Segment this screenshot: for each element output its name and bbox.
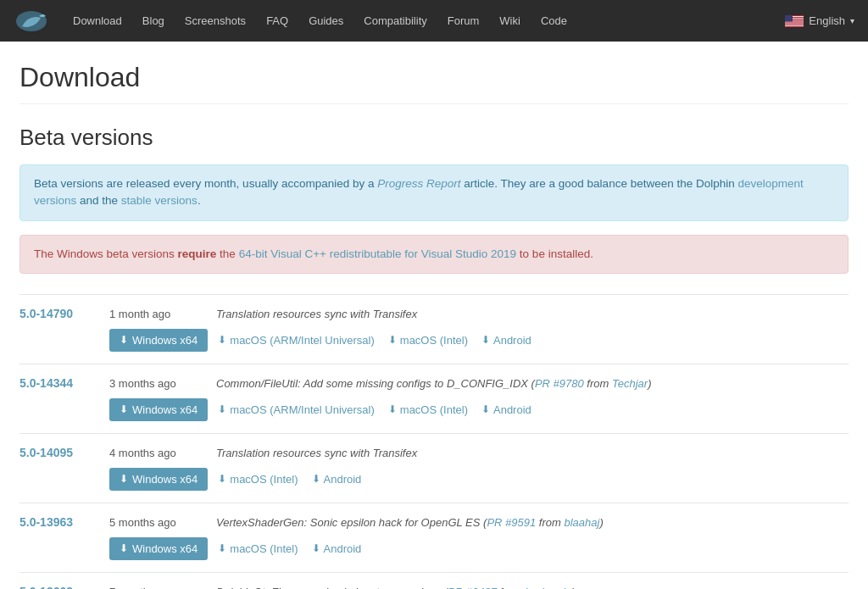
download-button-windows[interactable]: ⬇ Windows x64	[109, 537, 208, 560]
progress-report-link[interactable]: Progress Report	[377, 177, 460, 190]
nav-link-forum[interactable]: Forum	[437, 0, 490, 42]
download-icon: ⬇	[312, 542, 320, 554]
download-button-macos--arm-intel-universal-[interactable]: ⬇ macOS (ARM/Intel Universal)	[214, 329, 377, 352]
release-date: 3 months ago	[109, 377, 203, 390]
nav-link-guides[interactable]: Guides	[298, 0, 353, 42]
chevron-down-icon: ▾	[850, 16, 854, 25]
release-date: 5 months ago	[109, 516, 203, 529]
release-version[interactable]: 5.0-13603	[19, 585, 96, 589]
page-title: Download	[19, 62, 849, 104]
release-row: 5.0-147901 month agoTranslation resource…	[19, 294, 849, 364]
release-message: Translation resources sync with Transife…	[216, 308, 417, 320]
release-date: 1 month ago	[109, 308, 203, 320]
download-button-windows[interactable]: ⬇ Windows x64	[109, 468, 208, 491]
nav-link-faq[interactable]: FAQ	[256, 0, 298, 42]
progress-report-em: Progress Report	[377, 177, 460, 190]
download-button-android[interactable]: ⬇ Android	[478, 398, 535, 421]
info-text-3: and the	[76, 194, 121, 207]
release-message: VertexShaderGen: Sonic epsilon hack for …	[216, 516, 604, 529]
nav-link-screenshots[interactable]: Screenshots	[175, 0, 256, 42]
download-icon: ⬇	[481, 334, 490, 346]
info-box: Beta versions are released every month, …	[19, 164, 849, 221]
release-message: Common/FileUtil: Add some missing config…	[216, 377, 651, 390]
download-button-macos--intel-[interactable]: ⬇ macOS (Intel)	[385, 398, 471, 421]
release-date: 7 months ago	[109, 586, 203, 589]
download-button-android[interactable]: ⬇ Android	[478, 329, 535, 352]
download-buttons: ⬇ Windows x64⬇ macOS (Intel)⬇ Android	[109, 468, 849, 491]
download-button-windows[interactable]: ⬇ Windows x64	[109, 398, 208, 421]
vcredist-link[interactable]: 64-bit Visual C++ redistributable for Vi…	[239, 247, 516, 260]
download-button-windows[interactable]: ⬇ Windows x64	[109, 329, 208, 352]
main-content: Download Beta versions Beta versions are…	[6, 42, 862, 589]
release-header: 5.0-147901 month agoTranslation resource…	[19, 307, 849, 320]
release-message: Translation resources sync with Transife…	[216, 447, 417, 459]
warning-text-2: the	[216, 247, 238, 260]
info-text-4: .	[198, 194, 201, 207]
navigation: Download Blog Screenshots FAQ Guides Com…	[0, 0, 868, 42]
download-icon: ⬇	[120, 403, 128, 415]
release-date: 4 months ago	[109, 447, 203, 459]
download-icon: ⬇	[120, 542, 128, 554]
section-title: Beta versions	[19, 125, 849, 151]
download-icon: ⬇	[218, 473, 226, 485]
download-buttons: ⬇ Windows x64⬇ macOS (ARM/Intel Universa…	[109, 398, 849, 421]
release-row: 5.0-140954 months agoTranslation resourc…	[19, 433, 849, 503]
release-header: 5.0-143443 months agoCommon/FileUtil: Ad…	[19, 376, 849, 390]
release-version[interactable]: 5.0-13963	[19, 515, 96, 529]
release-version[interactable]: 5.0-14790	[19, 307, 96, 320]
download-icon: ⬇	[388, 403, 397, 415]
info-text-2: article. They are a good balance between…	[461, 177, 738, 190]
release-header: 5.0-139635 months agoVertexShaderGen: So…	[19, 515, 849, 529]
release-header: 5.0-140954 months agoTranslation resourc…	[19, 446, 849, 459]
author-link[interactable]: iwubcode	[525, 586, 571, 589]
download-button-android[interactable]: ⬇ Android	[309, 468, 365, 491]
release-version[interactable]: 5.0-14344	[19, 376, 96, 390]
download-button-macos--intel-[interactable]: ⬇ macOS (Intel)	[214, 468, 301, 491]
download-button-android[interactable]: ⬇ Android	[309, 537, 365, 560]
release-row: 5.0-136037 months agoDolphinQt: Fix regr…	[19, 572, 849, 589]
releases-list: 5.0-147901 month agoTranslation resource…	[19, 294, 849, 589]
download-icon: ⬇	[312, 473, 320, 485]
nav-link-download[interactable]: Download	[63, 0, 132, 42]
release-message: DolphinQt: Fix regression in input expre…	[216, 586, 575, 589]
svg-rect-10	[785, 23, 804, 24]
author-link[interactable]: Techjar	[612, 377, 648, 390]
nav-link-compatibility[interactable]: Compatibility	[353, 0, 437, 42]
info-text-1: Beta versions are released every month, …	[34, 177, 377, 190]
stable-versions-link[interactable]: stable versions	[121, 194, 198, 207]
pr-link[interactable]: PR #9780	[535, 377, 584, 390]
pr-link[interactable]: PR #9591	[487, 516, 536, 529]
flag-icon	[785, 15, 804, 27]
download-icon: ⬇	[388, 334, 397, 346]
download-icon: ⬇	[218, 542, 226, 554]
download-buttons: ⬇ Windows x64⬇ macOS (ARM/Intel Universa…	[109, 329, 849, 352]
download-icon: ⬇	[218, 403, 226, 415]
nav-link-blog[interactable]: Blog	[132, 0, 175, 42]
release-row: 5.0-139635 months agoVertexShaderGen: So…	[19, 503, 849, 572]
download-button-macos--intel-[interactable]: ⬇ macOS (Intel)	[214, 537, 301, 560]
svg-rect-9	[785, 22, 804, 23]
dolphin-logo[interactable]	[14, 8, 49, 35]
download-icon: ⬇	[481, 403, 490, 415]
author-link[interactable]: blaahaj	[564, 516, 599, 529]
nav-link-wiki[interactable]: Wiki	[489, 0, 531, 42]
release-version[interactable]: 5.0-14095	[19, 446, 96, 459]
pr-link[interactable]: PR #9487	[448, 586, 497, 589]
download-icon: ⬇	[218, 334, 226, 346]
language-selector[interactable]: English ▾	[785, 14, 854, 27]
svg-rect-11	[785, 24, 804, 25]
warning-box: The Windows beta versions require the 64…	[19, 235, 849, 274]
download-button-macos--intel-[interactable]: ⬇ macOS (Intel)	[385, 329, 471, 352]
nav-link-code[interactable]: Code	[531, 0, 577, 42]
warning-text-3: to be installed.	[516, 247, 593, 260]
download-icon: ⬇	[120, 334, 128, 346]
release-row: 5.0-143443 months agoCommon/FileUtil: Ad…	[19, 364, 849, 433]
download-button-macos--arm-intel-universal-[interactable]: ⬇ macOS (ARM/Intel Universal)	[214, 398, 377, 421]
warning-strong: require	[178, 247, 217, 260]
language-label: English	[809, 14, 845, 27]
warning-text-1: The Windows beta versions	[34, 247, 178, 260]
svg-rect-13	[785, 25, 804, 26]
release-header: 5.0-136037 months agoDolphinQt: Fix regr…	[19, 585, 849, 589]
download-icon: ⬇	[120, 473, 128, 485]
svg-rect-12	[785, 25, 804, 25]
